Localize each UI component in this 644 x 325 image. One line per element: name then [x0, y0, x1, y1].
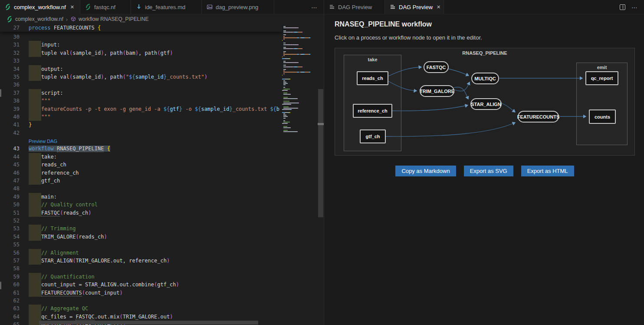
- line-number: 45: [0, 161, 29, 169]
- more-actions-icon[interactable]: ⋯: [631, 4, 638, 11]
- code-line[interactable]: 59 // Quantification: [0, 273, 282, 281]
- tab-complex-workflow[interactable]: complex_workflow.nf ✕: [0, 0, 80, 14]
- indent-guide-highlight: [29, 313, 41, 321]
- close-icon[interactable]: ✕: [69, 4, 76, 10]
- line-number: 53: [0, 225, 29, 232]
- code-line[interactable]: 61 FEATURECOUNTS(count_input): [0, 289, 282, 297]
- line-number: [0, 137, 29, 145]
- code-line[interactable]: 48: [0, 185, 282, 192]
- breadcrumb-symbol[interactable]: workflow RNASEQ_PIPELINE: [79, 16, 148, 22]
- code-line[interactable]: 40 """: [0, 113, 282, 121]
- code-line[interactable]: 63 // Aggregate QC: [0, 305, 282, 312]
- code-area[interactable]: 3031 input:32 tuple val(sample_id), path…: [0, 33, 282, 325]
- copy-as-markdown-button[interactable]: Copy as Markdown: [395, 166, 456, 176]
- line-number: 62: [0, 297, 29, 305]
- code-line[interactable]: 56 // Alignment: [0, 249, 282, 257]
- line-number: 41: [0, 121, 29, 129]
- node-reads-ch[interactable]: reads_ch: [357, 71, 388, 85]
- node-label: qc_report: [591, 76, 613, 81]
- code-line[interactable]: 43workflow RNASEQ_PIPELINE {: [0, 145, 282, 153]
- indent-guide-highlight: [29, 153, 41, 161]
- node-counts[interactable]: counts: [589, 109, 616, 124]
- code-line[interactable]: 35 tuple val(sample_id), path("${sample_…: [0, 73, 282, 81]
- indent-guide-highlight: [29, 49, 41, 57]
- code-line[interactable]: 34 output:: [0, 65, 282, 73]
- sticky-scroll-line[interactable]: 27 process FEATURECOUNTS {: [0, 24, 282, 32]
- node-featurecounts[interactable]: FEATURECOUNTS: [518, 111, 559, 123]
- line-number: 43: [0, 145, 29, 153]
- code-line[interactable]: 46 reference_ch: [0, 169, 282, 177]
- code-line[interactable]: 33: [0, 57, 282, 65]
- code-line[interactable]: 55: [0, 241, 282, 249]
- minimap[interactable]: [282, 25, 318, 325]
- line-number: 47: [0, 177, 29, 185]
- code-line[interactable]: 39 featureCounts -p -t exon -g gene_id -…: [0, 105, 282, 113]
- node-fastqc[interactable]: FASTQC: [424, 61, 449, 73]
- horizontal-scrollbar[interactable]: [0, 321, 282, 325]
- tab-dag-preview-active[interactable]: DAG Preview ✕: [385, 0, 444, 14]
- tab-fastqc[interactable]: fastqc.nf: [80, 0, 131, 14]
- tab-dag-preview-png[interactable]: dag_preview.png: [202, 0, 274, 14]
- line-number: 30: [0, 33, 29, 41]
- indent-guide-highlight: [29, 273, 41, 281]
- code-line[interactable]: 49 main:: [0, 193, 282, 201]
- code-line[interactable]: 64 qc_files = FASTQC.out.mix(TRIM_GALORE…: [0, 313, 282, 321]
- code-line[interactable]: 42: [0, 129, 282, 137]
- code-line[interactable]: 51 FASTQC(reads_ch): [0, 209, 282, 217]
- code-line[interactable]: 50 // Quality control: [0, 201, 282, 209]
- code-line[interactable]: 52: [0, 217, 282, 225]
- code-line[interactable]: 47 gtf_ch: [0, 177, 282, 185]
- export-as-html-button[interactable]: Export as HTML: [521, 166, 574, 176]
- node-reference-ch[interactable]: reference_ch: [353, 104, 392, 118]
- line-number: 31: [0, 41, 29, 49]
- more-actions-icon[interactable]: ⋯: [311, 4, 318, 11]
- code-line[interactable]: 32 tuple val(sample_id), path(bam), path…: [0, 49, 282, 57]
- node-star-align[interactable]: STAR_ALIGN: [470, 98, 502, 110]
- breadcrumb-file[interactable]: complex_workflow.nf: [15, 16, 63, 22]
- code-line[interactable]: 36: [0, 81, 282, 89]
- vertical-scrollbar[interactable]: [318, 24, 324, 325]
- page-title: RNASEQ_PIPELINE workflow: [335, 20, 634, 28]
- close-icon[interactable]: ✕: [435, 4, 442, 10]
- scrollbar-thumb[interactable]: [318, 89, 323, 217]
- code-line[interactable]: 37 script:: [0, 89, 282, 97]
- line-number: 48: [0, 185, 29, 192]
- left-tabbar: complex_workflow.nf ✕ fastqc.nf ide_feat…: [0, 0, 324, 14]
- codelens-row[interactable]: Preview DAG: [0, 137, 282, 145]
- node-multiqc[interactable]: MULTIQC: [471, 73, 499, 84]
- tab-ide-features[interactable]: ide_features.md: [131, 0, 202, 14]
- export-as-svg-button[interactable]: Export as SVG: [464, 166, 513, 176]
- node-trim-galore[interactable]: TRIM_GALORE: [420, 85, 454, 97]
- code-line[interactable]: 31 input:: [0, 41, 282, 49]
- line-number: 60: [0, 281, 29, 289]
- code-line[interactable]: 54 TRIM_GALORE(reads_ch): [0, 233, 282, 241]
- dag-preview-panel: RNASEQ_PIPELINE workflow Click on a proc…: [324, 14, 644, 325]
- code-editor[interactable]: 27 process FEATURECOUNTS { 3031 input:32…: [0, 24, 324, 325]
- node-gtf-ch[interactable]: gtf_ch: [360, 129, 386, 143]
- code-line[interactable]: 30: [0, 33, 282, 41]
- node-qc-report[interactable]: qc_report: [585, 71, 618, 85]
- code-line[interactable]: 45 reads_ch: [0, 161, 282, 169]
- image-icon: [206, 3, 213, 10]
- line-number: 57: [0, 257, 29, 265]
- export-buttons: Copy as Markdown Export as SVG Export as…: [335, 166, 635, 176]
- codelens-preview-dag-link[interactable]: Preview DAG: [29, 137, 282, 145]
- tab-dag-preview-inactive[interactable]: DAG Preview: [324, 0, 385, 14]
- gutter-decoration: [0, 282, 1, 289]
- code-line[interactable]: 57 STAR_ALIGN(TRIM_GALORE.out, reference…: [0, 257, 282, 265]
- code-line[interactable]: 53 // Trimming: [0, 225, 282, 232]
- tab-label: fastqc.nf: [94, 4, 115, 10]
- code-line[interactable]: 62: [0, 297, 282, 305]
- code-line[interactable]: 44 take:: [0, 153, 282, 161]
- line-number: 51: [0, 209, 29, 217]
- preview-icon: [329, 3, 335, 10]
- tab-label: dag_preview.png: [216, 4, 258, 10]
- code-line[interactable]: 41}: [0, 121, 282, 129]
- line-number: 64: [0, 313, 29, 321]
- code-line[interactable]: 38 """: [0, 97, 282, 105]
- code-line[interactable]: 60 count_input = STAR_ALIGN.out.combine(…: [0, 281, 282, 289]
- scrollbar-thumb[interactable]: [39, 321, 258, 325]
- split-editor-icon[interactable]: [620, 4, 625, 10]
- indent-guide-highlight: [29, 169, 41, 177]
- code-line[interactable]: 58: [0, 265, 282, 272]
